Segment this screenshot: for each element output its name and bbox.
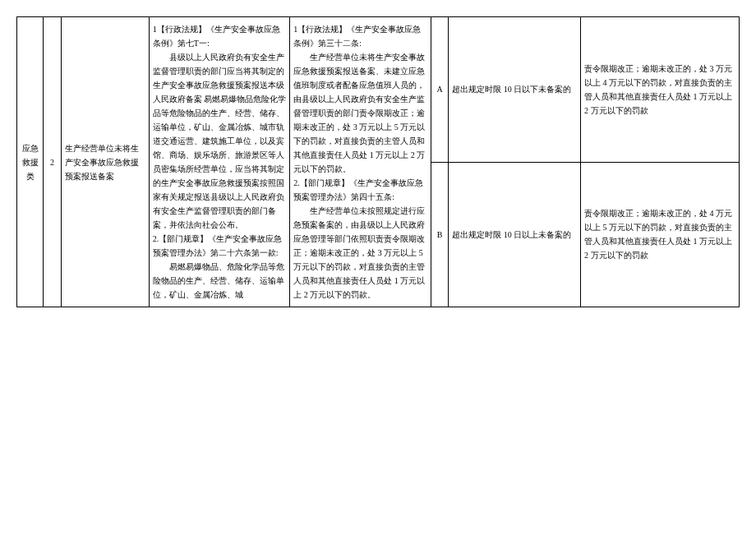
basis1-para3: 2.【部门规章】《生产安全事故应急预案管理办法》第二十六条第一款: bbox=[153, 234, 283, 257]
circumstance-a-cell: 超出规定时限 10 日以下未备案的 bbox=[449, 17, 581, 163]
row-number-cell: 2 bbox=[44, 17, 61, 307]
violation-cell: 生产经营单位未将生产安全事故应急救援预案报送备案 bbox=[61, 17, 149, 307]
basis1-para2: 县级以上人民政府负有安全生产监督管理职责的部门应当将其制定的生产安全事故应急救援… bbox=[153, 50, 287, 232]
circumstance-b-cell: 超出规定时限 10 日以上未备案的 bbox=[449, 162, 581, 307]
basis2-para1: 1【行政法规】《生产安全事故应急条例》第三十二条: bbox=[293, 25, 421, 48]
penalty-a-cell: 责令限期改正；逾期未改正的，处 3 万元以上 4 万元以下的罚款，对直接负责的主… bbox=[581, 17, 740, 163]
basis1-para1: 1【行政法规】《生产安全事故应急条例》第七T一: bbox=[153, 25, 280, 48]
level-b-cell: B bbox=[431, 162, 448, 307]
regulation-table: 应急救援类 2 生产经营单位未将生产安全事故应急救援预案报送备案 1【行政法规】… bbox=[16, 16, 740, 307]
table-row: 应急救援类 2 生产经营单位未将生产安全事故应急救援预案报送备案 1【行政法规】… bbox=[17, 17, 740, 163]
basis2-para3: 2.【部门规章】《生产安全事故应急预案管理办法》第四十五条: bbox=[293, 178, 423, 201]
penalty-b-cell: 责令限期改正；逾期未改正的，处 4 万元以上 5 万元以下的罚款，对直接负责的主… bbox=[581, 162, 740, 307]
legal-basis-1-cell: 1【行政法规】《生产安全事故应急条例》第七T一: 县级以上人民政府负有安全生产监… bbox=[149, 17, 290, 307]
category-cell: 应急救援类 bbox=[17, 17, 44, 307]
basis2-para4: 生产经营单位未按照规定进行应急预案备案的，由县级以上人民政府应急管理等部门依照职… bbox=[293, 204, 427, 302]
legal-basis-2-cell: 1【行政法规】《生产安全事故应急条例》第三十二条: 生产经营单位未将生产安全事故… bbox=[290, 17, 431, 307]
basis1-para4: 易燃易爆物品、危险化学品等危险物品的生产、经营、储存、运输单位，矿山、金属冶炼、… bbox=[153, 260, 287, 302]
basis2-para2: 生产经营单位未将生产安全事故应急救援预案报送备案、未建立应急值班制度或者配备应急… bbox=[293, 50, 427, 176]
level-a-cell: A bbox=[431, 17, 448, 163]
